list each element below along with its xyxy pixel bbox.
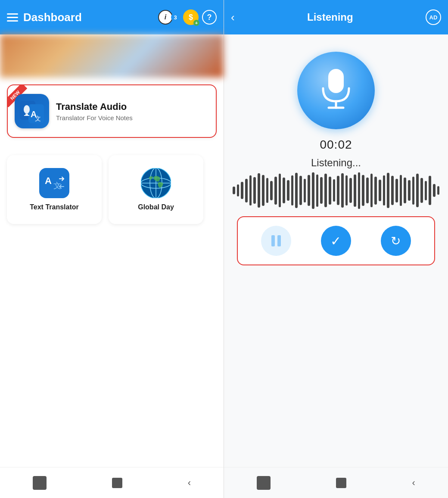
text-translator-card[interactable]: A 文 Text Translator — [7, 155, 102, 224]
badge-count: 3 — [171, 13, 180, 22]
waveform-bar — [366, 177, 369, 203]
globe-svg — [141, 168, 171, 198]
waveform-bar — [429, 176, 431, 205]
nav-square-left-2[interactable] — [112, 478, 122, 488]
mic-area: 00:02 Listening... — [224, 34, 448, 169]
waveform-bar — [333, 179, 336, 202]
waveform-bar — [274, 177, 277, 205]
microphone-icon — [317, 67, 355, 114]
waveform-bar — [408, 180, 411, 201]
left-bottom-nav: ‹ — [0, 467, 224, 498]
svg-text:A: A — [45, 175, 52, 186]
waveform-bar — [283, 177, 285, 203]
waveform-bar — [345, 175, 348, 205]
help-symbol: ? — [207, 13, 212, 22]
right-panel: ‹ Listening AD 00:02 Listening... — [224, 0, 448, 498]
waveform-bar — [270, 181, 273, 200]
waveform-bar — [249, 175, 252, 205]
translate-audio-text: Translate Audio Translator For Voice Not… — [56, 101, 133, 121]
pause-button[interactable] — [261, 226, 291, 256]
waveform-bar — [304, 179, 306, 202]
pause-icon — [271, 235, 281, 246]
listening-title: Listening — [307, 11, 353, 23]
text-translator-icon: A 文 — [39, 168, 69, 198]
waveform-bar — [291, 175, 294, 205]
waveform-bar — [312, 172, 314, 209]
waveform-bar — [237, 184, 240, 196]
info-icon: i — [158, 10, 173, 25]
waveform-bar — [299, 176, 302, 205]
waveform-bar — [316, 174, 319, 207]
waveform-bar — [412, 177, 415, 205]
waveform-bar — [391, 176, 394, 205]
translate-audio-subtitle: Translator For Voice Notes — [56, 114, 133, 121]
global-day-icon — [141, 168, 171, 198]
timer-display: 00:02 — [320, 138, 352, 152]
nav-back-left[interactable]: ‹ — [188, 477, 191, 489]
help-icon[interactable]: ? — [202, 10, 217, 25]
waveform-bar — [416, 174, 419, 207]
waveform-bar — [279, 174, 281, 207]
dashboard-title: Dashboard — [23, 11, 153, 24]
waveform-bar — [387, 173, 389, 208]
waveform-bar — [253, 177, 256, 204]
refresh-button[interactable]: ↻ — [381, 226, 411, 256]
ad-label: AD — [429, 14, 438, 21]
dollar-symbol: $ — [189, 13, 193, 22]
apps-grid: A 文 Text Translator — [0, 145, 224, 234]
waveform-bar — [329, 177, 331, 205]
svg-text:文: 文 — [35, 115, 41, 122]
waveform-bar — [420, 178, 423, 203]
waveform-display — [224, 169, 448, 212]
left-panel: Dashboard i 3 $ + ? A — [0, 0, 224, 498]
waveform-bar — [400, 175, 402, 206]
coin-icon[interactable]: $ + — [183, 9, 199, 25]
waveform-bar — [337, 176, 339, 205]
pause-bar-1 — [271, 235, 275, 246]
waveform-bar — [262, 175, 264, 206]
nav-grid-left-1[interactable] — [33, 476, 47, 490]
translate-icon-svg: A 文 — [18, 97, 46, 125]
banner-image — [0, 34, 224, 78]
waveform-bar — [374, 177, 377, 205]
text-translator-label: Text Translator — [30, 203, 79, 211]
svg-rect-16 — [328, 69, 344, 93]
waveform-bar — [308, 175, 310, 206]
text-translator-svg: A 文 — [41, 170, 67, 196]
header-icons-group: i 3 $ + ? — [158, 9, 217, 25]
back-button[interactable]: ‹ — [231, 11, 235, 24]
waveform-bar — [324, 174, 327, 207]
coin-plus-icon: + — [193, 20, 199, 26]
waveform-bar — [341, 173, 344, 208]
waveform-bar — [383, 175, 386, 205]
listening-status: Listening... — [311, 157, 361, 169]
waveform-bar — [370, 174, 373, 207]
svg-rect-6 — [24, 115, 29, 116]
waveform-bar — [404, 177, 406, 203]
waveform-bar — [349, 178, 352, 203]
translate-audio-card[interactable]: A 文 Translate Audio Translator For Voice… — [7, 84, 217, 138]
nav-square-right-2[interactable] — [336, 478, 346, 488]
waveform-bar — [433, 184, 436, 197]
confirm-button[interactable]: ✓ — [321, 226, 351, 256]
nav-grid-right-1[interactable] — [257, 476, 271, 490]
refresh-icon: ↻ — [391, 234, 401, 248]
ad-badge: AD — [426, 9, 441, 25]
waveform-bar — [258, 173, 260, 208]
info-badge-group[interactable]: i 3 — [158, 10, 180, 25]
pause-bar-2 — [277, 235, 281, 246]
waveform-bar — [362, 175, 364, 206]
nav-back-right[interactable]: ‹ — [412, 477, 415, 489]
waveform-bar — [241, 182, 243, 199]
waveform-bar — [354, 174, 356, 207]
waveform-bar — [395, 179, 398, 202]
waveform-bar — [245, 179, 248, 202]
right-header: ‹ Listening AD — [224, 0, 448, 34]
global-day-card[interactable]: Global Day — [109, 155, 203, 224]
left-header: Dashboard i 3 $ + ? — [0, 0, 224, 34]
translate-audio-app-icon: A 文 — [15, 94, 49, 128]
check-icon: ✓ — [330, 233, 341, 249]
waveform-bar — [358, 172, 361, 209]
waveform-bar — [437, 186, 440, 195]
hamburger-menu[interactable] — [7, 13, 18, 22]
